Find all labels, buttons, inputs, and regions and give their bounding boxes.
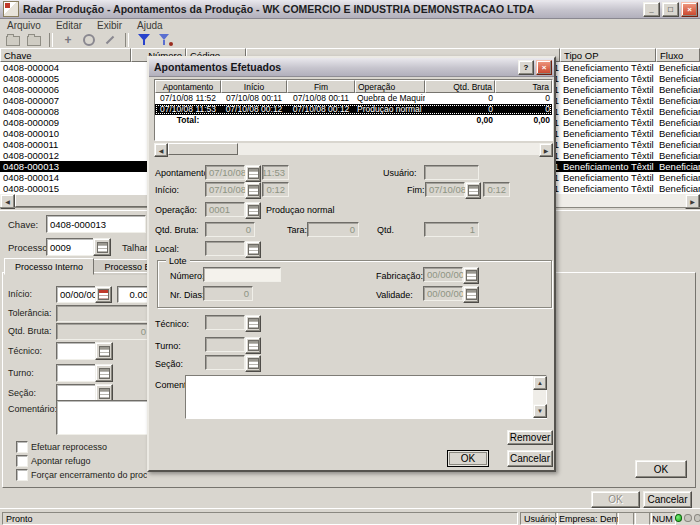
column-header-fluxo[interactable]: Fluxo [656,48,700,62]
footer-cancel-button[interactable]: Cancelar [643,491,692,508]
inicio-label: Início: [8,289,32,299]
menu-arquivo[interactable]: Arquivo [7,20,41,31]
cell-fluxo: Beneficiamento Têxtil [656,117,700,128]
cell-chave: 0408-000013 [0,161,131,172]
menu-bar: Arquivo Editar Exibir Ajuda [0,19,700,31]
dlg-col-qtd-bruta[interactable]: Qtd. Bruta [425,80,495,93]
dialog-ok-button[interactable]: OK [447,450,489,467]
cell-tipo-op: Beneficiamento Têxtil [560,139,656,150]
dlg-tecnico-label: Técnico: [155,319,189,329]
menu-ajuda[interactable]: Ajuda [137,20,163,31]
edit-icon[interactable] [101,32,119,48]
tecnico-lookup-button[interactable] [95,342,113,360]
forcar-encerramento-checkbox[interactable] [16,469,28,481]
processo-lookup-button[interactable] [93,238,111,256]
inicio-calendar-button[interactable] [95,286,112,303]
dlg-secao-label: Seção: [155,359,183,369]
led-gray-icon [694,514,700,522]
filter-settings-icon[interactable] [156,32,174,48]
cell-chave: 0408-000009 [0,117,131,128]
efetuar-reprocesso-checkbox[interactable] [16,441,28,453]
dlg-inicio-date-field: 07/10/08 [205,182,245,197]
operacao-label: Operação: [155,205,197,215]
dlg-col-operacao[interactable]: Operação [355,80,425,93]
dialog-table-hscrollbar[interactable]: ◀ ▶ [154,143,553,155]
footer-ok-button: OK [591,491,640,508]
efetuar-reprocesso-label: Efetuar reprocesso [31,442,107,452]
apontar-refugo-checkbox[interactable] [16,455,28,467]
comentario-field[interactable] [56,400,154,435]
dlg-inicio-time-field: 0:12 [262,182,289,197]
refresh-icon[interactable] [80,32,98,48]
dlg-col-inicio[interactable]: Início [221,80,287,93]
cell-tipo-op: Beneficiamento Têxtil [560,62,656,73]
menu-editar[interactable]: Editar [56,20,82,31]
scroll-left-icon[interactable]: ◀ [154,143,168,157]
nr-dias-field: 0 [203,286,253,301]
totals-row: Total: 0,00 0,00 [155,115,552,126]
window-title: Radar Produção - Apontamentos da Produçã… [23,3,643,15]
dlg-tecnico-field [205,315,245,330]
dlg-col-apontamento[interactable]: Apontamento [155,80,221,93]
scroll-down-icon[interactable]: ▼ [533,404,547,418]
cell-tara: 0 [495,104,552,115]
usuario-field [424,165,479,180]
dlg-inicio-label: Início: [155,185,179,195]
validade-field: 00/00/00 [423,286,463,301]
apontamento-row[interactable]: 07/10/08 11:5307/10/08 00:1207/10/08 00:… [155,104,552,115]
cell-tipo-op: Beneficiamento Têxtil [560,106,656,117]
tara-field: 0 [307,222,359,237]
folder-icon[interactable] [25,32,43,48]
help-icon[interactable]: ? [518,60,534,75]
apontamentos-table-rows: 07/10/08 11:5207/10/08 00:1107/10/08 00:… [155,93,552,115]
column-header-chave[interactable]: Chave [0,48,131,62]
lote-legend: Lote [166,256,190,266]
dlg-comentario-field[interactable]: ▲ ▼ [185,375,547,419]
local-lookup-button [245,241,261,258]
cell-operacao: Quebra de Maquina [355,93,425,104]
toolbar: + [0,31,700,49]
dlg-turno-field [205,337,245,352]
remover-button[interactable]: Remover [507,430,553,445]
dlg-col-fim[interactable]: Fim [287,80,355,93]
cell-chave: 0408-000011 [0,139,131,150]
maximize-button[interactable]: □ [662,2,679,17]
scroll-thumb[interactable] [168,143,238,155]
minimize-button[interactable]: _ [643,2,660,17]
dialog-close-icon[interactable]: × [536,60,552,75]
column-header-tipo-op[interactable]: Tipo OP [560,48,656,62]
dialog-cancel-button[interactable]: Cancelar [507,450,553,467]
processo-label: Processo: [8,242,50,253]
scroll-right-icon[interactable]: ▶ [539,143,553,157]
dialog-title: Apontamentos Efetuados [154,61,518,73]
open-icon[interactable] [4,32,22,48]
filter-icon[interactable] [135,32,153,48]
tolerancia-label: Tolerância: [8,308,52,318]
cell-fluxo: Beneficiamento Têxtil [656,62,700,73]
cell-apontamento: 07/10/08 11:53 [155,104,221,115]
chave-field[interactable]: 0408-000013 [46,215,146,233]
cell-chave: 0408-000007 [0,95,131,106]
cell-tipo-op: Beneficiamento Têxtil [560,117,656,128]
qtd-bruta-label: Qtd. Bruta: [8,326,52,336]
apontamento-row[interactable]: 07/10/08 11:5207/10/08 00:1107/10/08 00:… [155,93,552,104]
tab-processo-interno[interactable]: Processo Interno [4,258,94,275]
panel-ok-button[interactable]: OK [635,460,687,478]
scroll-up-icon[interactable]: ▲ [533,376,547,390]
dlg-col-tara[interactable]: Tara [495,80,552,93]
cell-tipo-op: Beneficiamento Têxtil [560,161,656,172]
processo-field[interactable]: 0009 [46,238,100,256]
cell-inicio: 07/10/08 00:12 [221,104,287,115]
total-qtd-bruta: 0,00 [425,115,495,126]
dlg-qtd-bruta-label: Qtd. Bruta: [155,225,199,235]
close-button[interactable]: × [681,2,698,17]
add-icon[interactable]: + [59,32,77,48]
qtd-field: 1 [424,222,479,237]
apontamentos-table-header: Apontamento Início Fim Operação Qtd. Bru… [155,80,552,93]
lote-numero-field [203,267,281,282]
turno-lookup-button[interactable] [95,364,113,382]
menu-exibir[interactable]: Exibir [97,20,122,31]
operacao-field: 0001 [205,202,245,217]
dlg-tecnico-lookup-button [245,315,261,332]
comentario-vscrollbar[interactable]: ▲ ▼ [533,376,546,418]
